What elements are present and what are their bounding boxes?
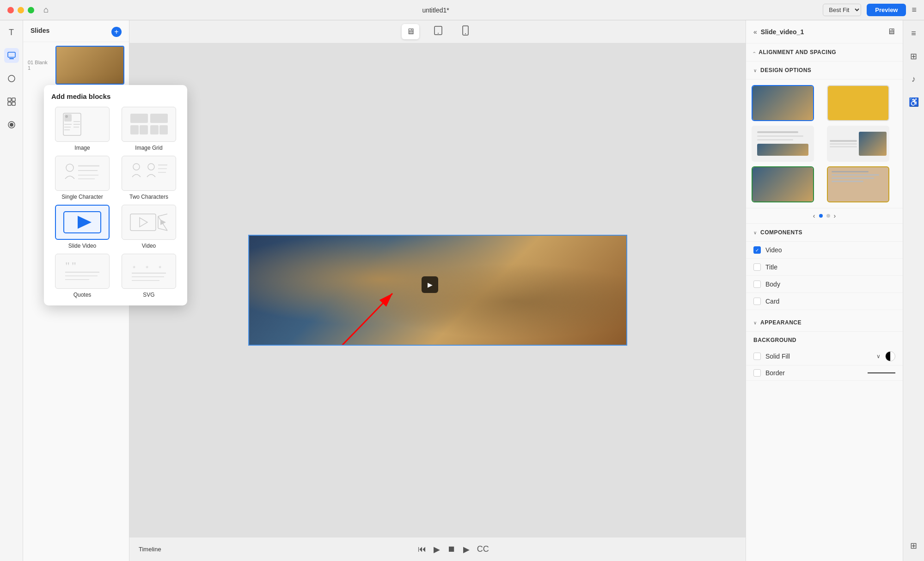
svg-rect-19 xyxy=(130,125,139,134)
components-chevron: ∨ xyxy=(753,230,757,235)
block-item-image[interactable]: Image xyxy=(51,107,113,151)
block-label-slide-video: Slide Video xyxy=(68,243,97,249)
components-section-header[interactable]: ∨ COMPONENTS xyxy=(746,224,903,242)
design-nav-dot-1 xyxy=(819,214,823,218)
svg-rect-4 xyxy=(12,98,15,101)
block-label-svg: SVG xyxy=(143,292,154,298)
slides-panel-header: Slides + xyxy=(23,20,129,42)
slide-number: 01 Blank 1 xyxy=(28,60,52,71)
svg-rect-0 xyxy=(8,52,15,57)
color-picker-icon[interactable] xyxy=(885,351,895,361)
design-options-chevron: ∨ xyxy=(753,68,757,73)
tablet-view-button[interactable] xyxy=(428,23,448,41)
border-checkbox[interactable] xyxy=(753,369,761,377)
block-thumb-slide-video xyxy=(55,205,110,240)
media-blocks-popup: Add media blocks xyxy=(44,85,187,305)
sidebar-icon-text[interactable]: T xyxy=(4,25,19,40)
mobile-view-button[interactable] xyxy=(457,23,474,41)
block-thumb-image-grid xyxy=(122,107,176,142)
svg-point-8 xyxy=(10,123,13,127)
menu-icon[interactable]: ≡ xyxy=(912,5,917,15)
minimize-button[interactable] xyxy=(18,7,24,13)
sidebar-icon-grid[interactable] xyxy=(4,94,19,109)
design-nav-prev[interactable]: ‹ xyxy=(813,212,815,220)
border-row: Border xyxy=(746,366,903,381)
design-option-4[interactable] xyxy=(827,126,889,162)
add-slide-button[interactable]: + xyxy=(111,27,122,37)
home-icon[interactable]: ⌂ xyxy=(43,5,49,15)
desktop-view-button[interactable]: 🖥 xyxy=(402,24,419,39)
design-options-section-header[interactable]: ∨ DESIGN OPTIONS xyxy=(746,61,903,79)
sidebar-icon-slides[interactable] xyxy=(4,48,19,63)
title-checkbox[interactable] xyxy=(753,263,761,271)
svg-rect-36 xyxy=(130,214,156,231)
card-checkbox[interactable] xyxy=(753,298,761,305)
sidebar-icon-record[interactable] xyxy=(4,117,19,132)
block-item-quotes[interactable]: " " Quotes xyxy=(51,254,113,298)
svg-marker-37 xyxy=(140,218,147,227)
solid-fill-dropdown[interactable]: ∨ xyxy=(876,353,881,360)
blocks-grid: Image Image Grid xyxy=(51,107,180,298)
play-button[interactable]: ▶ xyxy=(434,544,440,555)
right-panel: « Slide_video_1 🖥 › ALIGNMENT AND SPACIN… xyxy=(746,20,903,561)
far-right-icon-1[interactable]: ≡ xyxy=(908,26,919,41)
far-right-icon-3[interactable]: ♪ xyxy=(909,72,918,87)
far-right-icon-bottom[interactable]: ⊞ xyxy=(907,538,920,554)
video-checkbox[interactable]: ✓ xyxy=(753,246,761,254)
design-option-5[interactable] xyxy=(752,166,814,202)
block-thumb-image xyxy=(55,107,110,142)
video-overlay-icon: ▶ xyxy=(422,276,438,293)
rewind-button[interactable]: ⏮ xyxy=(418,544,426,554)
slide-thumb-content xyxy=(56,47,123,84)
popup-title: Add media blocks xyxy=(51,92,180,100)
monitor-icon[interactable]: 🖥 xyxy=(887,27,895,37)
captions-button[interactable]: CC xyxy=(477,544,489,554)
design-option-3 xyxy=(752,126,814,162)
design-option-2[interactable] xyxy=(827,85,889,121)
design-option-6[interactable] xyxy=(827,166,889,202)
design-options-grid xyxy=(746,79,903,208)
maximize-button[interactable] xyxy=(28,7,34,13)
svg-rect-21 xyxy=(150,114,168,123)
panel-back-icon[interactable]: « xyxy=(753,28,757,36)
block-thumb-svg: ✳ ✳ ✳ xyxy=(122,254,176,289)
titlebar: ⌂ untitled1* Best Fit Preview ≡ xyxy=(0,0,924,20)
far-right-icon-2[interactable]: ⊞ xyxy=(907,49,920,64)
timeline-label: Timeline xyxy=(139,546,161,553)
design-option-1[interactable] xyxy=(752,85,814,121)
block-item-single-character[interactable]: Single Character xyxy=(51,156,113,200)
solid-fill-checkbox[interactable] xyxy=(753,353,761,360)
block-item-slide-video[interactable]: Slide Video xyxy=(51,205,113,249)
slide-item-1[interactable]: 01 Blank 1 xyxy=(23,42,129,88)
border-label: Border xyxy=(765,369,863,377)
appearance-section-header[interactable]: ∨ APPEARANCE xyxy=(746,314,903,332)
block-item-video[interactable]: Video xyxy=(118,205,180,249)
timeline-bar: Timeline ⏮ ▶ ⏹ ▶ CC xyxy=(129,537,746,561)
block-item-two-characters[interactable]: Two Characters xyxy=(118,156,180,200)
sidebar-icon-shapes[interactable] xyxy=(4,71,19,86)
alignment-section-header[interactable]: › ALIGNMENT AND SPACING xyxy=(746,43,903,61)
zoom-select[interactable]: Best Fit xyxy=(823,4,861,16)
background-label: BACKGROUND xyxy=(746,332,903,348)
svg-rect-10 xyxy=(64,114,72,122)
svg-rect-6 xyxy=(12,102,15,105)
far-right-icon-4[interactable]: ♿ xyxy=(906,94,922,110)
canvas-area: 🖥 ▶ xyxy=(129,20,746,561)
close-button[interactable] xyxy=(7,7,14,13)
stop-button[interactable]: ⏹ xyxy=(447,544,456,554)
body-checkbox[interactable] xyxy=(753,280,761,288)
block-label-two-characters: Two Characters xyxy=(129,194,168,200)
play-forward-button[interactable]: ▶ xyxy=(463,544,470,555)
preview-button[interactable]: Preview xyxy=(867,4,906,16)
slide-thumbnail[interactable] xyxy=(55,46,124,85)
design-nav-next[interactable]: › xyxy=(834,212,836,220)
design-options-section-label: DESIGN OPTIONS xyxy=(760,67,811,73)
block-item-image-grid[interactable]: Image Grid xyxy=(118,107,180,151)
background-section-label: BACKGROUND xyxy=(753,337,796,343)
alignment-chevron: › xyxy=(752,51,757,53)
component-video-label: Video xyxy=(765,246,782,254)
block-item-svg[interactable]: ✳ ✳ ✳ SVG xyxy=(118,254,180,298)
panel-title: Slide_video_1 xyxy=(761,28,804,36)
components-list: ✓ Video Title Body Card xyxy=(746,242,903,310)
block-label-single-character: Single Character xyxy=(61,194,103,200)
